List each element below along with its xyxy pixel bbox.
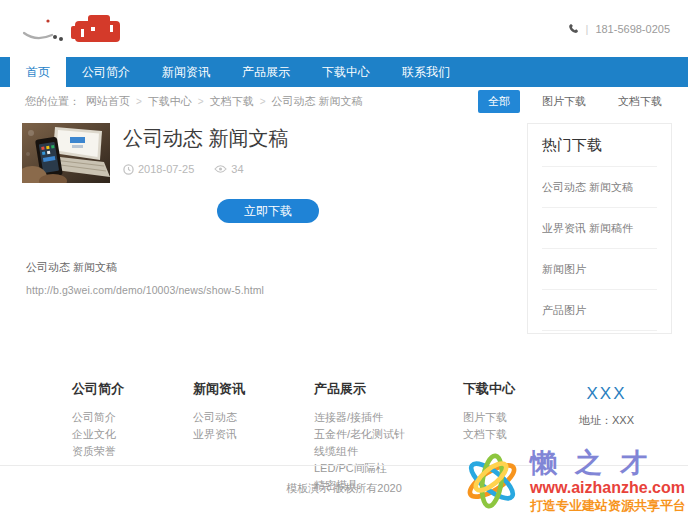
breadcrumb-doc-download[interactable]: 文档下载 [210, 94, 254, 109]
hot-download-item[interactable]: 业界资讯 新闻稿件 [542, 208, 657, 249]
watermark-text: 懒之才 www.aizhanzhe.com 打造专业建站资源共享平台 [530, 447, 686, 514]
footer-link[interactable]: 企业文化 [72, 427, 193, 441]
hot-downloads-panel: 热门下载 公司动态 新闻文稿 业界资讯 新闻稿件 新闻图片 产品图片 [527, 123, 672, 334]
article-info: 公司动态 新闻文稿 2018-07-25 3 [123, 123, 289, 183]
footer-col-title: 下载中心 [463, 380, 579, 398]
nav-item-products[interactable]: 产品展示 [226, 57, 306, 87]
breadcrumb-home[interactable]: 网站首页 [86, 94, 130, 109]
article-url: http://b.g3wei.com/demo/10003/news/show-… [26, 284, 514, 296]
filter-tabs: 全部 图片下载 文档下载 [478, 90, 672, 113]
footer-link[interactable]: 公司简介 [72, 410, 193, 424]
article-date: 2018-07-25 [123, 163, 194, 175]
breadcrumb-current: 公司动态 新闻文稿 [272, 94, 363, 109]
watermark-slogan: 打造专业建站资源共享平台 [530, 497, 686, 514]
hot-download-item[interactable]: 新闻图片 [542, 249, 657, 290]
watermark-brand: 懒之才 [530, 447, 665, 479]
article-description: 公司动态 新闻文稿 [26, 260, 514, 275]
footer-link[interactable]: 业界资讯 [193, 427, 314, 441]
article-thumbnail [22, 123, 110, 183]
breadcrumb-separator: > [260, 96, 266, 107]
site-logo[interactable] [18, 10, 122, 48]
main-area: 公司动态 新闻文稿 2018-07-25 3 [0, 115, 688, 334]
article-title: 公司动态 新闻文稿 [123, 125, 289, 152]
header: | 181-5698-0205 [0, 0, 688, 57]
breadcrumb-separator: > [136, 96, 142, 107]
footer-company-address: 地址：XXX [579, 413, 634, 428]
footer-link[interactable]: 线缆组件 [314, 444, 463, 458]
clock-icon [123, 164, 134, 175]
article-views: 34 [214, 163, 243, 175]
hot-download-item[interactable]: 公司动态 新闻文稿 [542, 167, 657, 208]
nav-item-home[interactable]: 首页 [10, 57, 66, 87]
breadcrumb-download-center[interactable]: 下载中心 [148, 94, 192, 109]
nav-item-downloads[interactable]: 下载中心 [306, 57, 386, 87]
watermark-url: www.aizhanzhe.com [530, 479, 685, 497]
nav-item-contact[interactable]: 联系我们 [386, 57, 466, 87]
article-content: 公司动态 新闻文稿 2018-07-25 3 [16, 123, 514, 296]
footer-company-name: XXX [579, 384, 634, 404]
watermark: 懒之才 www.aizhanzhe.com 打造专业建站资源共享平台 [462, 447, 686, 514]
download-now-button[interactable]: 立即下载 [217, 199, 319, 223]
hot-downloads-title: 热门下载 [542, 136, 657, 167]
footer-link[interactable]: 资质荣誉 [72, 444, 193, 458]
nav-item-about[interactable]: 公司简介 [66, 57, 146, 87]
footer-link[interactable]: 连接器/接插件 [314, 410, 463, 424]
footer-col-title: 公司简介 [72, 380, 193, 398]
footer-link[interactable]: 五金件/老化测试针 [314, 427, 463, 441]
eye-icon [214, 164, 227, 174]
copyright-text: 模板演示 版权所有2020 [286, 482, 402, 494]
footer-link[interactable]: 图片下载 [463, 410, 579, 424]
breadcrumb-separator: > [198, 96, 204, 107]
filter-tab-docs[interactable]: 文档下载 [608, 90, 672, 113]
star-logo-icon [462, 449, 522, 513]
article-header: 公司动态 新闻文稿 2018-07-25 3 [22, 123, 514, 183]
breadcrumb-row: 您的位置： 网站首页 > 下载中心 > 文档下载 > 公司动态 新闻文稿 全部 … [0, 87, 688, 115]
breadcrumb-prefix: 您的位置： [25, 94, 80, 109]
breadcrumb: 您的位置： 网站首页 > 下载中心 > 文档下载 > 公司动态 新闻文稿 [25, 94, 363, 109]
site-logo-icon [18, 10, 122, 48]
footer-col-title: 新闻资讯 [193, 380, 314, 398]
header-phone: | 181-5698-0205 [568, 23, 670, 35]
footer-col-title: 产品展示 [314, 380, 463, 398]
phone-icon [568, 23, 579, 34]
footer-link[interactable]: 公司动态 [193, 410, 314, 424]
phone-number: 181-5698-0205 [595, 23, 670, 35]
footer-link[interactable]: 文档下载 [463, 427, 579, 441]
phone-separator: | [586, 23, 589, 35]
filter-tab-images[interactable]: 图片下载 [532, 90, 596, 113]
nav-item-news[interactable]: 新闻资讯 [146, 57, 226, 87]
hot-download-item[interactable]: 产品图片 [542, 290, 657, 331]
article-meta: 2018-07-25 34 [123, 163, 289, 175]
main-nav: 首页 公司简介 新闻资讯 产品展示 下载中心 联系我们 [0, 57, 688, 87]
filter-tab-all[interactable]: 全部 [478, 90, 520, 113]
